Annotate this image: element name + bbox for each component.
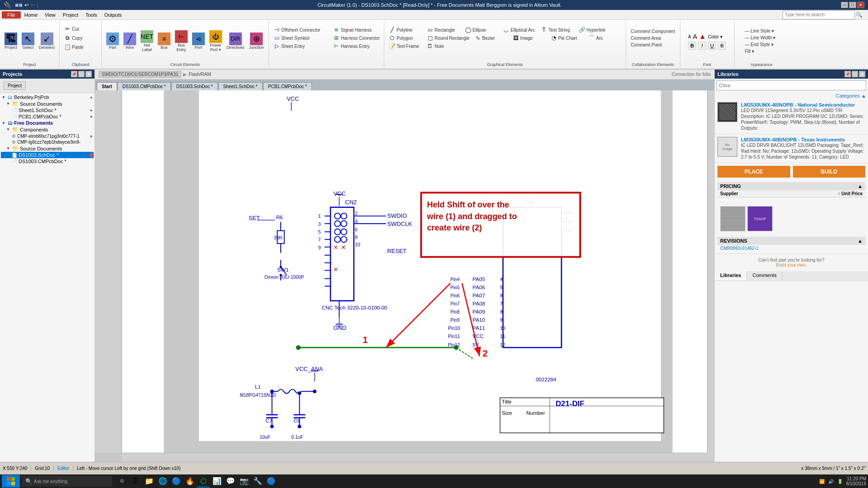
- minimize-button[interactable]: —: [841, 2, 848, 8]
- ribbon-btn-comment-point[interactable]: Comment Point: [629, 42, 676, 48]
- ribbon-btn-paste[interactable]: 📋 Paste: [62, 43, 99, 51]
- lib-panel-minimize-btn[interactable]: –: [852, 71, 858, 77]
- taskbar-app-mail[interactable]: 🔥: [184, 475, 196, 488]
- scrollbar-horizontal[interactable]: [122, 453, 707, 462]
- taskbar-app-extra[interactable]: 🔵: [265, 475, 278, 488]
- project-btn[interactable]: Project: [4, 81, 26, 90]
- ribbon-btn-polygon[interactable]: ⬠ Polygon: [387, 34, 423, 42]
- revisions-header[interactable]: REVISIONS ▲: [717, 237, 865, 245]
- taskbar-app-skype[interactable]: 💬: [224, 475, 237, 488]
- lib-tab-libraries[interactable]: Libraries: [715, 271, 747, 280]
- ribbon-btn-cut[interactable]: ✂ Cut: [62, 25, 99, 33]
- ribbon-btn-select[interactable]: ↖ Select: [20, 32, 36, 51]
- panel-pin-btn[interactable]: 📌: [71, 71, 77, 77]
- tree-item-components[interactable]: ▼ 📁 Components: [1, 126, 94, 133]
- ribbon-btn-bezier[interactable]: ∿ Bezier: [473, 34, 509, 42]
- ribbon-btn-note[interactable]: 🗒 Note: [425, 42, 461, 50]
- build-btn[interactable]: BUILD: [793, 166, 866, 178]
- ribbon-btn-text-frame[interactable]: 📝 Text Frame: [387, 42, 423, 50]
- panel-close-btn[interactable]: ✕: [85, 71, 92, 77]
- lib-categories-link[interactable]: Categories ▲: [836, 93, 866, 99]
- ribbon-btn-busentry[interactable]: ⊢ BusEntry: [173, 29, 189, 53]
- ribbon-btn-sheet-entry[interactable]: ▷ Sheet Entry: [272, 42, 330, 50]
- ribbon-btn-hyperlink[interactable]: 🔗 Hyperlink: [577, 26, 613, 34]
- taskbar-app-task-view[interactable]: ⧉: [116, 475, 128, 488]
- ribbon-btn-copy[interactable]: ⧉ Copy: [62, 34, 99, 42]
- ribbon-btn-wire[interactable]: ╱ Wire: [122, 32, 138, 51]
- tree-add-sheet1[interactable]: +: [90, 108, 93, 113]
- bold-btn[interactable]: B: [688, 42, 696, 50]
- ribbon-btn-fill[interactable]: Fill ▾: [744, 48, 780, 54]
- ribbon-btn-arc[interactable]: ⌒ Arc: [587, 34, 623, 42]
- tab-start[interactable]: Start: [97, 82, 117, 90]
- ribbon-btn-deselect[interactable]: ↙ Deselect: [37, 32, 57, 51]
- ribbon-btn-line-style[interactable]: — Line Style ▾: [744, 28, 780, 34]
- taskbar-app-circuitmaker[interactable]: ⬡: [197, 475, 210, 488]
- ribbon-btn-sheet-symbol[interactable]: ▭ Sheet Symbol: [272, 34, 330, 42]
- ribbon-btn-line-end-style[interactable]: — End Style ▾: [744, 42, 780, 47]
- taskbar-app-edge[interactable]: 🌐: [156, 475, 169, 488]
- tab-ds1003-sch[interactable]: DS1003.SchDoc *: [171, 82, 218, 90]
- ribbon-btn-signal-harness[interactable]: ≋ Signal Harness: [331, 26, 381, 34]
- ribbon-btn-image[interactable]: 🖼 Image: [511, 34, 547, 42]
- ribbon-btn-offsheet[interactable]: ⊣ Offsheet Connector: [272, 26, 330, 34]
- taskbar-app-orange[interactable]: 🔧: [251, 475, 264, 488]
- ribbon-btn-bus[interactable]: ≡ Bus: [156, 32, 172, 51]
- global-search-input[interactable]: [783, 10, 855, 19]
- taskbar-app-chrome[interactable]: 🔵: [170, 475, 183, 488]
- ribbon-btn-harness-connector[interactable]: ⊞ Harness Connector: [331, 34, 381, 42]
- ribbon-btn-project[interactable]: 🏗 Project: [3, 32, 19, 51]
- taskbar-app-calendar[interactable]: 🗓: [129, 475, 142, 488]
- pricing-img-1[interactable]: [720, 206, 745, 231]
- scrollbar-vertical[interactable]: [707, 90, 714, 453]
- close-button[interactable]: ✕: [857, 2, 864, 8]
- ribbon-btn-junction[interactable]: ⊕ Junction: [247, 32, 266, 51]
- taskbar-start-btn[interactable]: [2, 475, 20, 488]
- tab-pcb1[interactable]: PCB1.CMPcbDoc *: [263, 82, 312, 90]
- lib-search-input[interactable]: [717, 80, 866, 90]
- lib-item-2[interactable]: No Image LM3530UMX-40B/NOPB - Texas Inst…: [715, 134, 868, 163]
- taskbar-app-photos[interactable]: 📷: [238, 475, 250, 488]
- strikethrough-btn[interactable]: S: [718, 42, 726, 50]
- tree-item-sheet1[interactable]: 📄 Sheet1.SchDoc * +: [1, 107, 94, 113]
- ribbon-btn-polyline[interactable]: ╱ Polyline: [387, 26, 423, 34]
- ribbon-btn-directives[interactable]: DIR Directives: [225, 32, 246, 51]
- lib-name-1[interactable]: LM2530UMX-40/NOPB - National Semiconduct…: [741, 102, 865, 108]
- tab-ds1003-cmp[interactable]: DS1003.CMPcbDoc *: [118, 82, 171, 90]
- ribbon-btn-ellipse[interactable]: ◯ Ellipse: [463, 26, 499, 34]
- tree-add-pcb1[interactable]: +: [90, 114, 93, 119]
- pricing-header[interactable]: PRICING ▲: [717, 182, 865, 190]
- tree-item-cmp2[interactable]: ⚙ CMP-lg9czz7epb1hdwycw3m9-: [1, 139, 94, 145]
- ribbon-btn-harness-entry[interactable]: ⊢ Harness Entry: [331, 42, 381, 50]
- lib-tab-comments[interactable]: Comments: [747, 271, 782, 280]
- tree-item-cmp1[interactable]: ⚙ CMP-elmb6fxc71pg3nt0c777-1 ●: [1, 133, 94, 139]
- italic-btn[interactable]: I: [698, 42, 706, 50]
- ribbon-btn-part[interactable]: ⚙ Part: [104, 32, 121, 51]
- ribbon-btn-rectangle[interactable]: ▭ Rectangle: [425, 26, 461, 34]
- tree-item-free-docs[interactable]: ▼ 🗂 Free Documents: [1, 120, 94, 126]
- ribbon-btn-elliptical-arc[interactable]: ◡ Elliptical Arc: [501, 26, 537, 34]
- menu-outputs[interactable]: Outputs: [101, 11, 126, 19]
- underline-btn[interactable]: U: [708, 42, 716, 50]
- lib-item-1[interactable]: LM2530UMX-40/NOPB - National Semiconduct…: [715, 99, 868, 134]
- menu-tools[interactable]: Tools: [82, 11, 101, 19]
- ribbon-btn-text-string[interactable]: T Text String: [539, 26, 575, 34]
- ribbon-btn-power[interactable]: ⏻ PowerPort ▾: [208, 29, 224, 53]
- tab-sheet1[interactable]: Sheet1.SchDoc *: [218, 82, 263, 90]
- ribbon-btn-netlabel[interactable]: NET NetLabel: [139, 29, 155, 53]
- ribbon-btn-pie-chart[interactable]: ◔ Pie Chart: [549, 34, 585, 42]
- lib-panel-close-btn[interactable]: ✕: [859, 71, 865, 77]
- tree-item-source-docs-2[interactable]: ▼ 📁 Source Documents: [1, 145, 94, 152]
- maximize-button[interactable]: □: [849, 2, 856, 8]
- tree-item-ds1003[interactable]: 📄 DS1003.SchDoc * !: [1, 152, 94, 158]
- ribbon-btn-port[interactable]: ⊲ Port: [190, 32, 207, 51]
- schematic-canvas[interactable]: VCC R6 39R SET SW1 Omron B3U-: [95, 90, 714, 462]
- menu-view[interactable]: View: [41, 11, 59, 19]
- taskbar-clock[interactable]: 11:20 PM 8/10/2015: [846, 476, 867, 486]
- tree-item-source-docs-1[interactable]: ▼ 📁 Source Documents: [1, 100, 94, 107]
- revision-item-1[interactable]: CMR0063-01462-1: [717, 245, 865, 252]
- tree-item-pcb1[interactable]: 📄 PCB1.CMPcbDoc * +: [1, 113, 94, 120]
- panel-minimize-btn[interactable]: –: [78, 71, 85, 77]
- tree-item-berkeley[interactable]: ▼ 🗂 Berkeley.PrjPcb ●: [1, 94, 94, 100]
- lib-footer-link[interactable]: Build your own.: [776, 263, 807, 267]
